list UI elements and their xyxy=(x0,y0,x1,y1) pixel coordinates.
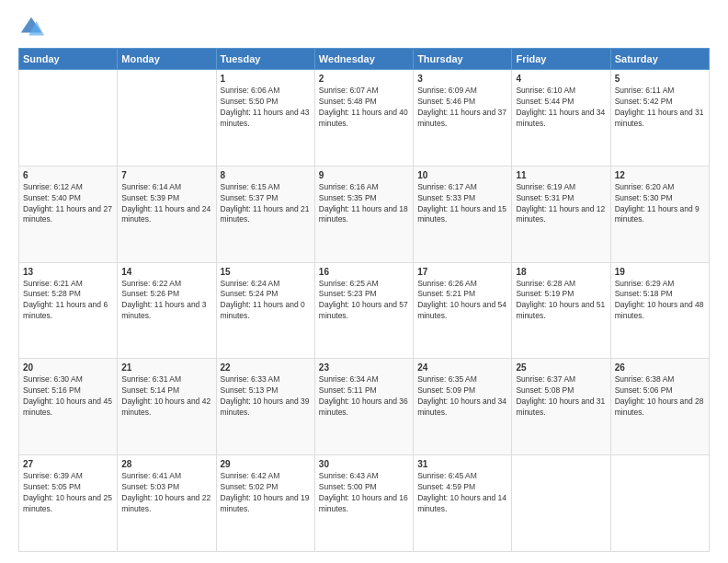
calendar-table: SundayMondayTuesdayWednesdayThursdayFrid… xyxy=(18,48,710,552)
day-cell xyxy=(118,70,216,167)
calendar-header-row: SundayMondayTuesdayWednesdayThursdayFrid… xyxy=(19,49,710,70)
day-cell: 7Sunrise: 6:14 AMSunset: 5:39 PMDaylight… xyxy=(118,166,216,262)
day-number: 15 xyxy=(221,267,311,277)
day-info: Sunrise: 6:33 AMSunset: 5:13 PMDaylight:… xyxy=(221,374,311,419)
day-info: Sunrise: 6:28 AMSunset: 5:19 PMDaylight:… xyxy=(516,279,606,323)
day-cell: 30Sunrise: 6:43 AMSunset: 5:00 PMDayligh… xyxy=(314,455,413,552)
week-row-1: 6Sunrise: 6:12 AMSunset: 5:40 PMDaylight… xyxy=(19,166,710,262)
day-cell: 28Sunrise: 6:41 AMSunset: 5:03 PMDayligh… xyxy=(118,455,216,552)
day-header-thursday: Thursday xyxy=(414,49,512,70)
logo-icon xyxy=(18,15,44,40)
logo xyxy=(18,15,48,40)
day-cell xyxy=(19,70,118,167)
day-cell: 11Sunrise: 6:19 AMSunset: 5:31 PMDayligh… xyxy=(512,166,610,262)
day-info: Sunrise: 6:30 AMSunset: 5:16 PMDaylight:… xyxy=(23,374,113,419)
day-cell: 17Sunrise: 6:26 AMSunset: 5:21 PMDayligh… xyxy=(414,262,512,359)
day-number: 11 xyxy=(516,170,606,180)
page: SundayMondayTuesdayWednesdayThursdayFrid… xyxy=(0,0,728,563)
day-number: 17 xyxy=(417,267,507,277)
day-info: Sunrise: 6:37 AMSunset: 5:08 PMDaylight:… xyxy=(516,374,606,419)
day-info: Sunrise: 6:09 AMSunset: 5:46 PMDaylight:… xyxy=(417,86,507,130)
day-number: 4 xyxy=(516,74,606,84)
day-cell: 13Sunrise: 6:21 AMSunset: 5:28 PMDayligh… xyxy=(19,262,118,359)
day-number: 24 xyxy=(417,362,507,373)
day-cell: 3Sunrise: 6:09 AMSunset: 5:46 PMDaylight… xyxy=(414,70,512,167)
day-number: 8 xyxy=(221,170,311,180)
day-header-sunday: Sunday xyxy=(19,49,118,70)
day-cell xyxy=(512,455,610,552)
day-cell: 6Sunrise: 6:12 AMSunset: 5:40 PMDaylight… xyxy=(19,166,118,262)
day-info: Sunrise: 6:22 AMSunset: 5:26 PMDaylight:… xyxy=(121,279,211,323)
day-number: 31 xyxy=(417,459,507,469)
day-cell: 12Sunrise: 6:20 AMSunset: 5:30 PMDayligh… xyxy=(610,166,709,262)
day-info: Sunrise: 6:16 AMSunset: 5:35 PMDaylight:… xyxy=(319,182,409,226)
day-number: 29 xyxy=(221,459,311,469)
day-header-wednesday: Wednesday xyxy=(314,49,413,70)
day-info: Sunrise: 6:14 AMSunset: 5:39 PMDaylight:… xyxy=(121,182,211,226)
day-cell: 26Sunrise: 6:38 AMSunset: 5:06 PMDayligh… xyxy=(610,359,709,455)
day-cell: 18Sunrise: 6:28 AMSunset: 5:19 PMDayligh… xyxy=(512,262,610,359)
day-info: Sunrise: 6:15 AMSunset: 5:37 PMDaylight:… xyxy=(221,182,311,226)
day-info: Sunrise: 6:26 AMSunset: 5:21 PMDaylight:… xyxy=(417,279,507,323)
day-number: 2 xyxy=(319,74,409,84)
day-cell: 16Sunrise: 6:25 AMSunset: 5:23 PMDayligh… xyxy=(314,262,413,359)
day-number: 28 xyxy=(121,459,211,469)
day-cell: 9Sunrise: 6:16 AMSunset: 5:35 PMDaylight… xyxy=(314,166,413,262)
day-cell: 20Sunrise: 6:30 AMSunset: 5:16 PMDayligh… xyxy=(19,359,118,455)
day-number: 6 xyxy=(23,170,113,180)
week-row-0: 1Sunrise: 6:06 AMSunset: 5:50 PMDaylight… xyxy=(19,70,710,167)
day-number: 21 xyxy=(121,362,211,373)
day-info: Sunrise: 6:07 AMSunset: 5:48 PMDaylight:… xyxy=(319,86,409,130)
day-info: Sunrise: 6:19 AMSunset: 5:31 PMDaylight:… xyxy=(516,182,606,226)
day-cell xyxy=(610,455,709,552)
day-number: 30 xyxy=(319,459,409,469)
day-info: Sunrise: 6:10 AMSunset: 5:44 PMDaylight:… xyxy=(516,86,606,130)
day-number: 10 xyxy=(417,170,507,180)
day-number: 25 xyxy=(516,362,606,373)
day-number: 5 xyxy=(615,74,705,84)
day-number: 13 xyxy=(23,267,113,277)
day-header-tuesday: Tuesday xyxy=(216,49,314,70)
day-number: 1 xyxy=(221,74,311,84)
header xyxy=(18,15,710,40)
day-cell: 5Sunrise: 6:11 AMSunset: 5:42 PMDaylight… xyxy=(610,70,709,167)
day-cell: 24Sunrise: 6:35 AMSunset: 5:09 PMDayligh… xyxy=(414,359,512,455)
day-info: Sunrise: 6:42 AMSunset: 5:02 PMDaylight:… xyxy=(221,471,311,515)
day-header-monday: Monday xyxy=(118,49,216,70)
day-cell: 31Sunrise: 6:45 AMSunset: 4:59 PMDayligh… xyxy=(414,455,512,552)
day-info: Sunrise: 6:38 AMSunset: 5:06 PMDaylight:… xyxy=(615,374,705,419)
day-number: 22 xyxy=(221,362,311,373)
day-info: Sunrise: 6:11 AMSunset: 5:42 PMDaylight:… xyxy=(615,86,705,130)
day-cell: 1Sunrise: 6:06 AMSunset: 5:50 PMDaylight… xyxy=(216,70,314,167)
day-info: Sunrise: 6:17 AMSunset: 5:33 PMDaylight:… xyxy=(417,182,507,226)
day-info: Sunrise: 6:20 AMSunset: 5:30 PMDaylight:… xyxy=(615,182,705,226)
day-number: 27 xyxy=(23,459,113,469)
day-cell: 14Sunrise: 6:22 AMSunset: 5:26 PMDayligh… xyxy=(118,262,216,359)
week-row-3: 20Sunrise: 6:30 AMSunset: 5:16 PMDayligh… xyxy=(19,359,710,455)
day-info: Sunrise: 6:06 AMSunset: 5:50 PMDaylight:… xyxy=(221,86,311,130)
day-number: 16 xyxy=(319,267,409,277)
day-info: Sunrise: 6:25 AMSunset: 5:23 PMDaylight:… xyxy=(319,279,409,323)
day-cell: 23Sunrise: 6:34 AMSunset: 5:11 PMDayligh… xyxy=(314,359,413,455)
day-info: Sunrise: 6:24 AMSunset: 5:24 PMDaylight:… xyxy=(221,279,311,323)
day-info: Sunrise: 6:41 AMSunset: 5:03 PMDaylight:… xyxy=(121,471,211,515)
day-header-friday: Friday xyxy=(512,49,610,70)
day-info: Sunrise: 6:43 AMSunset: 5:00 PMDaylight:… xyxy=(319,471,409,515)
day-number: 23 xyxy=(319,362,409,373)
day-cell: 15Sunrise: 6:24 AMSunset: 5:24 PMDayligh… xyxy=(216,262,314,359)
day-cell: 27Sunrise: 6:39 AMSunset: 5:05 PMDayligh… xyxy=(19,455,118,552)
week-row-4: 27Sunrise: 6:39 AMSunset: 5:05 PMDayligh… xyxy=(19,455,710,552)
day-number: 9 xyxy=(319,170,409,180)
day-number: 18 xyxy=(516,267,606,277)
day-number: 20 xyxy=(23,362,113,373)
day-info: Sunrise: 6:39 AMSunset: 5:05 PMDaylight:… xyxy=(23,471,113,515)
day-cell: 4Sunrise: 6:10 AMSunset: 5:44 PMDaylight… xyxy=(512,70,610,167)
day-number: 3 xyxy=(417,74,507,84)
day-info: Sunrise: 6:34 AMSunset: 5:11 PMDaylight:… xyxy=(319,374,409,419)
day-cell: 21Sunrise: 6:31 AMSunset: 5:14 PMDayligh… xyxy=(118,359,216,455)
day-info: Sunrise: 6:35 AMSunset: 5:09 PMDaylight:… xyxy=(417,374,507,419)
week-row-2: 13Sunrise: 6:21 AMSunset: 5:28 PMDayligh… xyxy=(19,262,710,359)
day-info: Sunrise: 6:21 AMSunset: 5:28 PMDaylight:… xyxy=(23,279,113,323)
day-number: 14 xyxy=(121,267,211,277)
day-info: Sunrise: 6:45 AMSunset: 4:59 PMDaylight:… xyxy=(417,471,507,515)
